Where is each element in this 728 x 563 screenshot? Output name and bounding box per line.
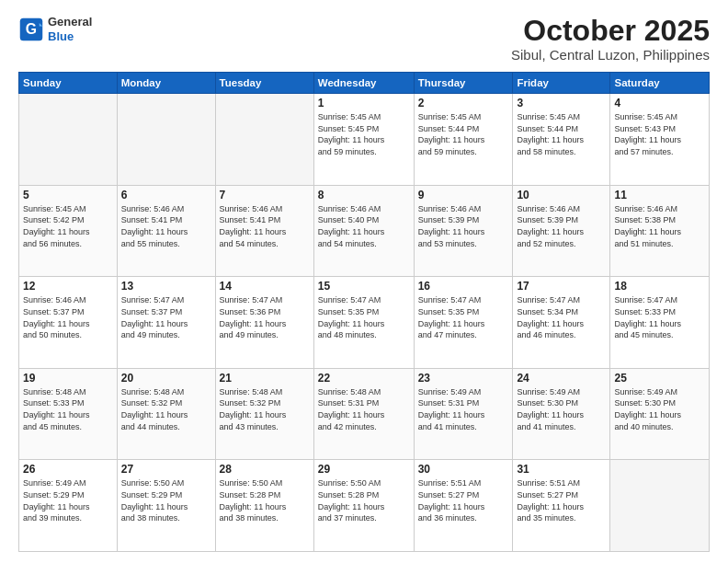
- day-number: 16: [418, 280, 509, 293]
- day-number: 28: [220, 463, 310, 476]
- logo-line1: General: [48, 15, 92, 29]
- calendar-cell: [19, 94, 118, 186]
- day-info: Sunrise: 5:46 AM Sunset: 5:41 PM Dayligh…: [121, 203, 211, 249]
- calendar-cell: 19Sunrise: 5:48 AM Sunset: 5:33 PM Dayli…: [19, 368, 118, 460]
- day-info: Sunrise: 5:45 AM Sunset: 5:44 PM Dayligh…: [517, 111, 606, 157]
- day-info: Sunrise: 5:47 AM Sunset: 5:35 PM Dayligh…: [418, 294, 509, 340]
- calendar-cell: 5Sunrise: 5:45 AM Sunset: 5:42 PM Daylig…: [19, 185, 118, 277]
- day-info: Sunrise: 5:48 AM Sunset: 5:32 PM Dayligh…: [220, 386, 310, 432]
- day-info: Sunrise: 5:47 AM Sunset: 5:33 PM Dayligh…: [614, 294, 705, 340]
- day-info: Sunrise: 5:46 AM Sunset: 5:39 PM Dayligh…: [418, 203, 509, 249]
- day-number: 19: [23, 372, 113, 385]
- header-row: Sunday Monday Tuesday Wednesday Thursday…: [19, 73, 710, 94]
- day-number: 12: [23, 280, 113, 293]
- day-info: Sunrise: 5:49 AM Sunset: 5:30 PM Dayligh…: [614, 386, 705, 432]
- day-number: 18: [614, 280, 705, 293]
- calendar-cell: 28Sunrise: 5:50 AM Sunset: 5:28 PM Dayli…: [215, 460, 313, 552]
- header-monday: Monday: [117, 73, 215, 94]
- day-number: 7: [220, 189, 310, 201]
- calendar-table: Sunday Monday Tuesday Wednesday Thursday…: [18, 72, 710, 552]
- calendar-cell: 4Sunrise: 5:45 AM Sunset: 5:43 PM Daylig…: [610, 94, 710, 186]
- day-number: 4: [614, 97, 705, 109]
- day-info: Sunrise: 5:51 AM Sunset: 5:27 PM Dayligh…: [517, 477, 606, 523]
- calendar-header: Sunday Monday Tuesday Wednesday Thursday…: [19, 73, 710, 94]
- calendar-cell: 24Sunrise: 5:49 AM Sunset: 5:30 PM Dayli…: [513, 368, 610, 460]
- calendar-cell: 15Sunrise: 5:47 AM Sunset: 5:35 PM Dayli…: [313, 277, 414, 369]
- calendar-week-3: 12Sunrise: 5:46 AM Sunset: 5:37 PM Dayli…: [19, 277, 710, 369]
- calendar-cell: 13Sunrise: 5:47 AM Sunset: 5:37 PM Dayli…: [117, 277, 215, 369]
- day-info: Sunrise: 5:48 AM Sunset: 5:33 PM Dayligh…: [23, 386, 113, 432]
- calendar-cell: 20Sunrise: 5:48 AM Sunset: 5:32 PM Dayli…: [117, 368, 215, 460]
- calendar-week-1: 1Sunrise: 5:45 AM Sunset: 5:45 PM Daylig…: [19, 94, 710, 186]
- header-saturday: Saturday: [610, 73, 710, 94]
- day-info: Sunrise: 5:47 AM Sunset: 5:35 PM Dayligh…: [318, 294, 410, 340]
- day-number: 6: [121, 189, 211, 201]
- calendar-cell: 17Sunrise: 5:47 AM Sunset: 5:34 PM Dayli…: [513, 277, 610, 369]
- calendar-cell: [117, 94, 215, 186]
- day-info: Sunrise: 5:46 AM Sunset: 5:41 PM Dayligh…: [220, 203, 310, 249]
- svg-text:G: G: [26, 21, 37, 37]
- logo: G General Blue: [18, 15, 92, 43]
- day-info: Sunrise: 5:46 AM Sunset: 5:37 PM Dayligh…: [23, 294, 113, 340]
- calendar-cell: 6Sunrise: 5:46 AM Sunset: 5:41 PM Daylig…: [117, 185, 215, 277]
- day-info: Sunrise: 5:48 AM Sunset: 5:31 PM Dayligh…: [318, 386, 410, 432]
- day-number: 1: [318, 97, 410, 109]
- day-number: 25: [614, 372, 705, 385]
- day-info: Sunrise: 5:45 AM Sunset: 5:44 PM Dayligh…: [418, 111, 509, 157]
- day-info: Sunrise: 5:45 AM Sunset: 5:43 PM Dayligh…: [614, 111, 705, 157]
- calendar-cell: 22Sunrise: 5:48 AM Sunset: 5:31 PM Dayli…: [313, 368, 414, 460]
- calendar-cell: 27Sunrise: 5:50 AM Sunset: 5:29 PM Dayli…: [117, 460, 215, 552]
- calendar-week-4: 19Sunrise: 5:48 AM Sunset: 5:33 PM Dayli…: [19, 368, 710, 460]
- day-number: 24: [517, 372, 606, 385]
- day-info: Sunrise: 5:49 AM Sunset: 5:30 PM Dayligh…: [517, 386, 606, 432]
- logo-line2: Blue: [48, 29, 92, 44]
- calendar-cell: 1Sunrise: 5:45 AM Sunset: 5:45 PM Daylig…: [313, 94, 414, 186]
- day-info: Sunrise: 5:50 AM Sunset: 5:28 PM Dayligh…: [318, 477, 410, 523]
- calendar-cell: 8Sunrise: 5:46 AM Sunset: 5:40 PM Daylig…: [313, 185, 414, 277]
- day-info: Sunrise: 5:45 AM Sunset: 5:42 PM Dayligh…: [23, 203, 113, 249]
- logo-icon: G: [18, 17, 44, 42]
- day-number: 22: [318, 372, 410, 385]
- day-info: Sunrise: 5:51 AM Sunset: 5:27 PM Dayligh…: [418, 477, 509, 523]
- header-sunday: Sunday: [19, 73, 118, 94]
- day-number: 26: [23, 463, 113, 476]
- day-number: 20: [121, 372, 211, 385]
- day-info: Sunrise: 5:45 AM Sunset: 5:45 PM Dayligh…: [318, 111, 410, 157]
- day-number: 29: [318, 463, 410, 476]
- header: G General Blue October 2025 Sibul, Centr…: [18, 15, 710, 63]
- logo-text: General Blue: [48, 15, 92, 43]
- calendar-body: 1Sunrise: 5:45 AM Sunset: 5:45 PM Daylig…: [19, 94, 710, 552]
- calendar-cell: 10Sunrise: 5:46 AM Sunset: 5:39 PM Dayli…: [513, 185, 610, 277]
- day-info: Sunrise: 5:46 AM Sunset: 5:40 PM Dayligh…: [318, 203, 410, 249]
- day-number: 5: [23, 189, 113, 201]
- calendar-cell: 25Sunrise: 5:49 AM Sunset: 5:30 PM Dayli…: [610, 368, 710, 460]
- day-number: 3: [517, 97, 606, 109]
- calendar-cell: 11Sunrise: 5:46 AM Sunset: 5:38 PM Dayli…: [610, 185, 710, 277]
- calendar-cell: 23Sunrise: 5:49 AM Sunset: 5:31 PM Dayli…: [414, 368, 513, 460]
- day-info: Sunrise: 5:47 AM Sunset: 5:37 PM Dayligh…: [121, 294, 211, 340]
- day-number: 31: [517, 463, 606, 476]
- day-number: 30: [418, 463, 509, 476]
- day-number: 15: [318, 280, 410, 293]
- day-info: Sunrise: 5:49 AM Sunset: 5:29 PM Dayligh…: [23, 477, 113, 523]
- header-friday: Friday: [513, 73, 610, 94]
- calendar-cell: 29Sunrise: 5:50 AM Sunset: 5:28 PM Dayli…: [313, 460, 414, 552]
- day-info: Sunrise: 5:47 AM Sunset: 5:34 PM Dayligh…: [517, 294, 606, 340]
- day-number: 14: [220, 280, 310, 293]
- day-info: Sunrise: 5:48 AM Sunset: 5:32 PM Dayligh…: [121, 386, 211, 432]
- day-number: 8: [318, 189, 410, 201]
- day-number: 23: [418, 372, 509, 385]
- calendar-week-5: 26Sunrise: 5:49 AM Sunset: 5:29 PM Dayli…: [19, 460, 710, 552]
- calendar-week-2: 5Sunrise: 5:45 AM Sunset: 5:42 PM Daylig…: [19, 185, 710, 277]
- day-info: Sunrise: 5:50 AM Sunset: 5:28 PM Dayligh…: [220, 477, 310, 523]
- header-wednesday: Wednesday: [313, 73, 414, 94]
- calendar-cell: 26Sunrise: 5:49 AM Sunset: 5:29 PM Dayli…: [19, 460, 118, 552]
- calendar-cell: 3Sunrise: 5:45 AM Sunset: 5:44 PM Daylig…: [513, 94, 610, 186]
- calendar-subtitle: Sibul, Central Luzon, Philippines: [511, 47, 710, 63]
- calendar-cell: 31Sunrise: 5:51 AM Sunset: 5:27 PM Dayli…: [513, 460, 610, 552]
- day-info: Sunrise: 5:46 AM Sunset: 5:38 PM Dayligh…: [614, 203, 705, 249]
- calendar-cell: 12Sunrise: 5:46 AM Sunset: 5:37 PM Dayli…: [19, 277, 118, 369]
- calendar-cell: 2Sunrise: 5:45 AM Sunset: 5:44 PM Daylig…: [414, 94, 513, 186]
- calendar-cell: 7Sunrise: 5:46 AM Sunset: 5:41 PM Daylig…: [215, 185, 313, 277]
- day-number: 10: [517, 189, 606, 201]
